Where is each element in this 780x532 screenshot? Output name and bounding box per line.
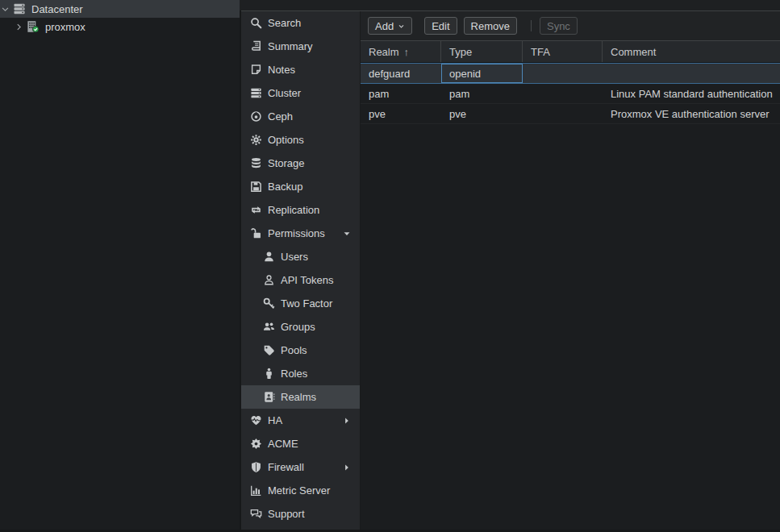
sidebar-item-label: Permissions — [268, 227, 325, 239]
ceph-icon — [250, 110, 262, 123]
column-header-realm[interactable]: Realm ↑ — [361, 41, 441, 62]
sidebar-item-realms[interactable]: Realms — [241, 385, 360, 409]
sidebar-item-groups[interactable]: Groups — [241, 315, 360, 339]
cell-comment[interactable]: Proxmox VE authentication server — [603, 104, 780, 123]
group-collapsed-icon — [343, 417, 351, 425]
realms-table-header: Realm ↑ Type TFA Comment — [361, 40, 780, 63]
column-header-label: Realm — [369, 46, 399, 58]
group-collapsed-icon — [343, 463, 351, 472]
sidebar-item-acme[interactable]: ACME — [241, 432, 360, 455]
column-header-comment[interactable]: Comment — [603, 41, 780, 62]
cell-tfa[interactable] — [523, 64, 603, 83]
cell-comment[interactable]: Linux PAM standard authentication — [603, 84, 780, 103]
bar-chart-icon — [250, 484, 262, 497]
edit-button-label: Edit — [432, 20, 449, 32]
cell-tfa[interactable] — [523, 104, 603, 123]
sidebar-item-replication[interactable]: Replication — [241, 198, 360, 222]
sidebar-item-label: HA — [268, 414, 282, 426]
tag-icon — [263, 344, 275, 356]
tree-node-label: Datacenter — [31, 3, 83, 15]
expander-down-icon[interactable] — [1, 5, 10, 14]
sync-button[interactable]: Sync — [540, 17, 578, 35]
sidebar-item-storage[interactable]: Storage — [241, 152, 360, 175]
address-book-icon — [263, 391, 275, 403]
sidebar-item-ha[interactable]: HA — [241, 409, 360, 432]
user-group-icon — [263, 321, 275, 333]
sidebar-item-options[interactable]: Options — [241, 128, 360, 152]
add-button[interactable]: Add — [368, 17, 412, 35]
cell-type[interactable]: pam — [441, 84, 523, 103]
sidebar-item-users[interactable]: Users — [241, 245, 360, 268]
person-icon — [263, 368, 275, 380]
cell-type[interactable]: pve — [441, 104, 523, 123]
sidebar-item-label: API Tokens — [281, 274, 334, 286]
key-icon — [263, 297, 275, 310]
column-header-label: Comment — [611, 46, 656, 58]
toolbar-separator — [531, 20, 532, 31]
table-row-defguard[interactable]: defguardopenid — [361, 63, 780, 84]
cell-tfa[interactable] — [523, 84, 603, 103]
tree-node-label: proxmox — [45, 21, 86, 33]
sidebar-item-two-factor[interactable]: Two Factor — [241, 292, 360, 315]
sidebar-item-label: Options — [268, 134, 304, 146]
config-menu: SearchSummaryNotesClusterCephOptionsStor… — [241, 11, 360, 530]
realms-panel: Add Edit Remove Sync — [360, 11, 780, 530]
sidebar-item-firewall[interactable]: Firewall — [241, 455, 360, 479]
certificate-icon — [250, 438, 262, 450]
expander-right-icon[interactable] — [15, 23, 23, 31]
search-icon — [250, 17, 262, 29]
sidebar-item-ceph[interactable]: Ceph — [241, 105, 360, 128]
column-header-label: TFA — [531, 46, 550, 58]
sidebar-item-support[interactable]: Support — [241, 502, 360, 526]
remove-button[interactable]: Remove — [464, 17, 517, 35]
sidebar-item-roles[interactable]: Roles — [241, 362, 360, 385]
cell-realm[interactable]: pam — [361, 84, 441, 103]
column-header-label: Type — [449, 46, 472, 58]
toolbar: Add Edit Remove Sync — [361, 11, 780, 40]
sidebar-item-metric-server[interactable]: Metric Server — [241, 479, 360, 502]
sidebar-item-label: Support — [268, 508, 305, 520]
shield-icon — [250, 461, 262, 473]
sidebar-item-label: Firewall — [268, 461, 304, 473]
sidebar-item-notes[interactable]: Notes — [241, 58, 360, 81]
datacenter-content-panel: SearchSummaryNotesClusterCephOptionsStor… — [241, 10, 780, 530]
sidebar-item-label: Pools — [281, 344, 307, 356]
unlock-icon — [250, 227, 262, 239]
cell-comment[interactable] — [603, 64, 780, 83]
sidebar-item-summary[interactable]: Summary — [241, 35, 360, 58]
sidebar-item-label: Summary — [268, 40, 313, 52]
sidebar-item-label: Metric Server — [268, 484, 330, 497]
sidebar-item-pools[interactable]: Pools — [241, 339, 360, 362]
sidebar-item-label: Roles — [281, 368, 307, 380]
tree-node-proxmox[interactable]: proxmox — [0, 18, 240, 35]
realms-table: Realm ↑ Type TFA Comment defguardopenidp… — [361, 40, 780, 530]
sidebar-item-permissions[interactable]: Permissions — [241, 222, 360, 245]
sidebar-item-label: Ceph — [268, 110, 293, 123]
column-header-tfa[interactable]: TFA — [523, 41, 603, 62]
cell-realm[interactable]: pve — [361, 104, 441, 123]
cell-type[interactable]: openid — [441, 64, 523, 83]
server-rack-icon — [12, 2, 27, 15]
sidebar-item-label: Cluster — [268, 87, 301, 99]
table-row-pam[interactable]: pampamLinux PAM standard authentication — [361, 84, 780, 104]
gear-icon — [250, 134, 262, 146]
sidebar-item-search[interactable]: Search — [241, 11, 360, 35]
realms-table-body: defguardopenidpampamLinux PAM standard a… — [361, 63, 780, 530]
sync-button-label: Sync — [547, 20, 570, 32]
column-header-type[interactable]: Type — [441, 41, 523, 62]
server-rack-icon — [250, 87, 262, 99]
sidebar-item-label: ACME — [268, 438, 298, 450]
sidebar-item-cluster[interactable]: Cluster — [241, 81, 360, 105]
sidebar-item-label: Replication — [268, 204, 319, 216]
user-icon — [263, 251, 275, 263]
cell-realm[interactable]: defguard — [361, 64, 441, 83]
sidebar-item-backup[interactable]: Backup — [241, 175, 360, 198]
comments-icon — [250, 508, 262, 520]
remove-button-label: Remove — [471, 20, 510, 32]
edit-button[interactable]: Edit — [424, 17, 457, 35]
table-row-pve[interactable]: pvepveProxmox VE authentication server — [361, 104, 780, 124]
building-check-icon — [26, 20, 40, 33]
tree-node-datacenter[interactable]: Datacenter — [0, 0, 240, 18]
sidebar-item-api-tokens[interactable]: API Tokens — [241, 268, 360, 292]
add-button-label: Add — [375, 20, 394, 32]
